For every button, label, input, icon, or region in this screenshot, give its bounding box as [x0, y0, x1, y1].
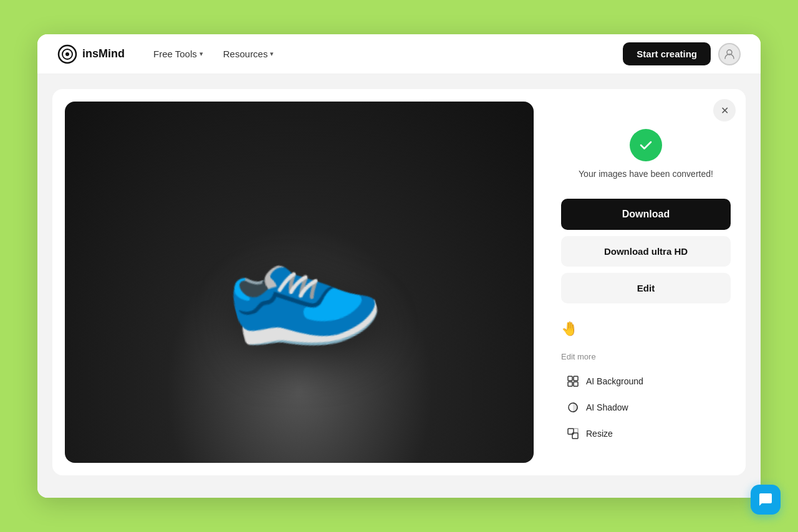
resize-icon	[566, 427, 580, 440]
svg-rect-7	[574, 382, 578, 386]
start-creating-button[interactable]: Start creating	[623, 42, 711, 65]
action-buttons: Download Download ultra HD Edit	[561, 199, 731, 303]
logo-icon	[57, 44, 77, 64]
user-icon	[723, 48, 736, 60]
navbar: insMind Free Tools ▾ Resources ▾ Start c…	[37, 34, 761, 74]
close-button[interactable]: ✕	[713, 99, 736, 121]
edit-more-items: AI Background AI Shadow	[561, 369, 731, 446]
svg-point-2	[65, 52, 69, 56]
main-content: 👟 ✕ Your images have been converted!	[37, 74, 761, 498]
svg-rect-4	[568, 376, 572, 381]
success-icon	[630, 129, 662, 161]
avatar[interactable]	[718, 43, 741, 65]
shoe-image: 👟	[65, 102, 534, 463]
hand-icon: 🤚	[561, 321, 731, 337]
chat-icon	[758, 492, 773, 507]
resources-nav[interactable]: Resources ▾	[214, 44, 283, 64]
free-tools-nav[interactable]: Free Tools ▾	[145, 44, 212, 64]
nav-actions: Start creating	[623, 42, 741, 65]
svg-rect-6	[568, 382, 572, 386]
success-section: Your images have been converted!	[561, 109, 731, 179]
browser-window: insMind Free Tools ▾ Resources ▾ Start c…	[37, 34, 761, 498]
resources-label: Resources	[223, 49, 268, 59]
success-message: Your images have been converted!	[579, 169, 713, 179]
ai-shadow-icon	[566, 401, 580, 414]
download-hd-button[interactable]: Download ultra HD	[561, 236, 731, 267]
ai-shadow-label: AI Shadow	[586, 402, 628, 412]
ai-background-item[interactable]: AI Background	[561, 369, 731, 394]
right-panel: ✕ Your images have been converted! Downl…	[546, 89, 746, 475]
content-card: 👟 ✕ Your images have been converted!	[52, 89, 746, 475]
ai-shadow-item[interactable]: AI Shadow	[561, 395, 731, 420]
svg-rect-5	[574, 376, 578, 381]
nav-links: Free Tools ▾ Resources ▾	[145, 44, 623, 64]
close-icon: ✕	[721, 105, 729, 116]
resize-item[interactable]: Resize	[561, 421, 731, 446]
download-button[interactable]: Download	[561, 199, 731, 230]
image-panel: 👟	[65, 102, 534, 463]
ai-background-icon	[566, 375, 580, 387]
resize-label: Resize	[586, 429, 613, 439]
free-tools-label: Free Tools	[153, 49, 197, 59]
free-tools-chevron-icon: ▾	[200, 50, 203, 58]
resources-chevron-icon: ▾	[270, 50, 274, 58]
shoe-emoji: 👟	[205, 191, 393, 373]
checkmark-icon	[638, 137, 654, 153]
edit-button[interactable]: Edit	[561, 273, 731, 303]
edit-more-section: Edit more AI Backgrou	[561, 352, 731, 446]
logo[interactable]: insMind	[57, 44, 125, 64]
chat-button[interactable]	[751, 485, 781, 515]
ai-background-label: AI Background	[586, 376, 643, 386]
edit-more-label: Edit more	[561, 352, 731, 361]
logo-text: insMind	[82, 47, 125, 60]
